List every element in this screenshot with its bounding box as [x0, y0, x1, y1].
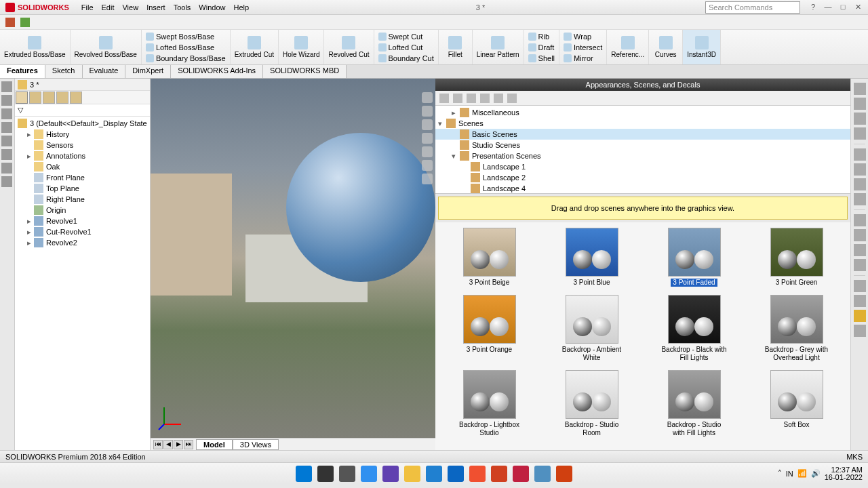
- tree-scenes[interactable]: ▾Scenes: [435, 118, 850, 129]
- minimize-icon[interactable]: —: [823, 3, 833, 12]
- tab-sketch[interactable]: Sketch: [45, 65, 83, 78]
- ft-top-plane[interactable]: Top Plane: [15, 183, 150, 194]
- tb-search-icon[interactable]: [317, 466, 334, 482]
- ft-revolve1[interactable]: ▸Revolve1: [15, 216, 150, 226]
- tree-studio-scenes[interactable]: Studio Scenes: [435, 140, 850, 150]
- rt-icon-12[interactable]: [854, 259, 866, 271]
- ft-tab-configuration[interactable]: [43, 92, 55, 104]
- tb-recorder-icon[interactable]: [491, 466, 507, 482]
- ribbon-mirror[interactable]: Mirror: [564, 53, 593, 64]
- scene-thumb[interactable]: Backdrop - Ambient White: [543, 295, 640, 362]
- tb-edge-icon[interactable]: [426, 466, 442, 482]
- lt-icon-8[interactable]: [1, 176, 12, 187]
- menu-help[interactable]: Help: [233, 3, 249, 12]
- tree-landscape4[interactable]: Landscape 4: [435, 183, 850, 194]
- ribbon-swept-cut[interactable]: Swept Cut: [378, 31, 423, 42]
- rt-icon-11[interactable]: [854, 244, 866, 256]
- vp-section-icon[interactable]: [422, 146, 433, 157]
- rp-arrow-up-icon[interactable]: [507, 94, 517, 103]
- scene-thumb[interactable]: 3 Point Faded: [646, 228, 743, 287]
- rt-icon-3[interactable]: [854, 113, 866, 125]
- rp-home-icon[interactable]: [467, 94, 476, 103]
- menu-tools[interactable]: Tools: [174, 3, 191, 12]
- ribbon-reference[interactable]: Referenc...: [607, 30, 649, 64]
- rt-icon-8[interactable]: [854, 193, 866, 205]
- ribbon-revolved-cut[interactable]: Revolved Cut: [324, 30, 374, 64]
- scene-thumb[interactable]: Backdrop - Lightbox Studio: [441, 370, 538, 437]
- ribbon-boundary-boss[interactable]: Boundary Boss/Base: [146, 53, 226, 64]
- tb-taskview-icon[interactable]: [339, 466, 355, 482]
- tree-basic-scenes[interactable]: Basic Scenes: [435, 129, 850, 140]
- ft-sensors[interactable]: Sensors: [15, 140, 150, 150]
- qa-screenshot-icon[interactable]: [5, 18, 15, 27]
- vp-first-icon[interactable]: ⏮: [153, 440, 163, 449]
- tb-lang[interactable]: IN: [786, 470, 793, 478]
- tb-widgets-icon[interactable]: [361, 466, 377, 482]
- lt-icon-1[interactable]: [1, 81, 12, 92]
- help-icon[interactable]: ?: [808, 3, 818, 12]
- vp-view-icon[interactable]: [422, 119, 433, 130]
- vp-tab-3dviews[interactable]: 3D Views: [233, 439, 279, 450]
- scene-thumb[interactable]: 3 Point Blue: [543, 228, 640, 287]
- vp-scene-icon[interactable]: [422, 174, 433, 184]
- search-commands-input[interactable]: Search Commands: [705, 1, 800, 14]
- tb-explorer-icon[interactable]: [404, 466, 420, 482]
- rp-back-icon[interactable]: [439, 94, 449, 103]
- ribbon-curves[interactable]: Curves: [649, 30, 683, 64]
- maximize-icon[interactable]: □: [838, 3, 848, 12]
- tb-chevron-up-icon[interactable]: ˄: [778, 469, 782, 478]
- ft-annotations[interactable]: ▸Annotations: [15, 150, 150, 161]
- ft-front-plane[interactable]: Front Plane: [15, 172, 150, 183]
- ft-cutrevolve1[interactable]: ▸Cut-Revolve1: [15, 226, 150, 237]
- menu-edit[interactable]: Edit: [102, 3, 115, 12]
- ribbon-boundary-cut[interactable]: Boundary Cut: [378, 53, 434, 64]
- ft-tab-feature-manager[interactable]: [16, 92, 28, 104]
- ft-tab-dimxpert[interactable]: [56, 92, 68, 104]
- scene-thumb[interactable]: Backdrop - Black with Fill Lights: [646, 295, 743, 362]
- rt-icon-5[interactable]: [854, 148, 866, 161]
- ribbon-instant3d[interactable]: Instant3D: [683, 30, 721, 64]
- ft-tab-display[interactable]: [70, 92, 82, 104]
- rt-icon-10[interactable]: [854, 229, 866, 241]
- ribbon-revolved-boss[interactable]: Revolved Boss/Base: [71, 30, 142, 64]
- rt-appearance-active-icon[interactable]: [854, 310, 866, 322]
- ribbon-wrap[interactable]: Wrap: [564, 31, 591, 42]
- vp-next-icon[interactable]: ▶: [174, 440, 183, 449]
- vp-last-icon[interactable]: ⏭: [184, 440, 193, 449]
- lt-icon-2[interactable]: [1, 95, 12, 106]
- scene-thumb[interactable]: Backdrop - Studio Room: [543, 370, 640, 437]
- status-units[interactable]: MKS: [846, 453, 863, 461]
- vp-tab-model[interactable]: Model: [196, 439, 233, 450]
- rp-up-icon[interactable]: [480, 94, 490, 103]
- tb-chat-icon[interactable]: [382, 466, 399, 482]
- ft-revolve2[interactable]: ▸Revolve2: [15, 237, 150, 248]
- menu-insert[interactable]: Insert: [146, 3, 165, 12]
- tb-volume-icon[interactable]: 🔊: [811, 469, 821, 478]
- ribbon-extruded-cut[interactable]: Extruded Cut: [231, 30, 279, 64]
- rt-icon-16[interactable]: [854, 325, 866, 337]
- graphics-view[interactable]: [151, 79, 435, 438]
- vp-display-icon[interactable]: [422, 133, 433, 144]
- tb-wifi-icon[interactable]: 📶: [797, 469, 807, 478]
- lt-icon-4[interactable]: [1, 122, 12, 133]
- rp-refresh-icon[interactable]: [494, 94, 503, 103]
- ribbon-hole-wizard[interactable]: Hole Wizard: [279, 30, 324, 64]
- qa-capture-icon[interactable]: [20, 18, 30, 27]
- ribbon-draft[interactable]: Draft: [528, 42, 555, 53]
- rt-icon-14[interactable]: [854, 295, 866, 307]
- rt-icon-1[interactable]: [854, 83, 866, 95]
- ft-history[interactable]: ▸History: [15, 129, 150, 140]
- scene-thumb[interactable]: 3 Point Beige: [441, 228, 538, 287]
- ribbon-swept-boss[interactable]: Swept Boss/Base: [146, 31, 214, 42]
- tb-brave-icon[interactable]: [469, 466, 486, 482]
- ft-tab-property-manager[interactable]: [29, 92, 41, 104]
- scene-thumb[interactable]: Backdrop - Studio with Fill Lights: [646, 370, 743, 437]
- menu-window[interactable]: Window: [199, 3, 225, 12]
- tab-mbd[interactable]: SOLIDWORKS MBD: [263, 65, 347, 78]
- ribbon-rib[interactable]: Rib: [528, 31, 550, 42]
- tab-addins[interactable]: SOLIDWORKS Add-Ins: [171, 65, 263, 78]
- lt-icon-7[interactable]: [1, 163, 12, 174]
- tree-miscellaneous[interactable]: ▸Miscellaneous: [435, 107, 850, 118]
- rt-icon-2[interactable]: [854, 98, 866, 110]
- ft-right-plane[interactable]: Right Plane: [15, 194, 150, 205]
